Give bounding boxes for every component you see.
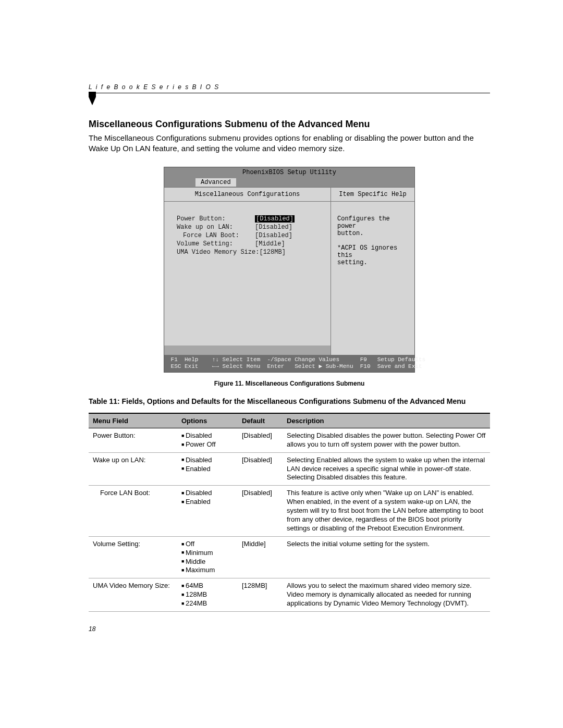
cell-options: 64MB 128MB 224MB (177, 578, 238, 612)
bios-setting-value: [128MB] (259, 249, 285, 256)
cell-options: Disabled Power Off (177, 428, 238, 452)
bios-setting-label: Force LAN Boot: (177, 232, 255, 239)
cell-menu-field: Force LAN Boot: (89, 486, 177, 536)
cell-menu-field: UMA Video Memory Size: (89, 578, 177, 612)
bios-setting-row: Force LAN Boot:[Disabled] (177, 232, 321, 239)
bios-help-text: Configures the power button. *ACPI OS ig… (337, 215, 409, 266)
bios-title: PhoenixBIOS Setup Utility (164, 167, 414, 178)
option-item: Power Off (181, 440, 234, 449)
cell-default: [Middle] (238, 536, 283, 578)
option-item: Off (181, 540, 234, 549)
col-default: Default (238, 413, 283, 428)
bios-setting-row: Power Button:[Disabled] (177, 215, 321, 223)
bios-setting-row: UMA Video Memory Size:[128MB] (177, 249, 321, 256)
option-item: 64MB (181, 582, 234, 590)
bios-setting-value: [Middle] (255, 240, 285, 248)
option-item: Disabled (181, 489, 234, 498)
option-item: Enabled (181, 498, 234, 507)
col-menu-field: Menu Field (89, 413, 177, 428)
bios-settings-panel: Power Button:[Disabled]Wake up on LAN:[D… (164, 202, 331, 346)
bios-tab-row: Advanced (164, 178, 414, 187)
option-item: Enabled (181, 465, 234, 474)
bios-setting-value: [Disabled] (255, 232, 292, 239)
cell-description: Selects the initial volume setting for t… (283, 536, 490, 578)
pointer-icon (89, 92, 99, 107)
options-table: Menu Field Options Default Description P… (89, 413, 490, 612)
bios-left-heading: Miscellaneous Configurations (164, 188, 331, 202)
page-number: 18 (89, 625, 490, 633)
option-item: Maximum (181, 566, 234, 575)
svg-marker-0 (89, 92, 96, 105)
cell-menu-field: Volume Setting: (89, 536, 177, 578)
table-row: Force LAN Boot: Disabled Enabled[Disable… (89, 486, 490, 536)
table-row: Power Button: Disabled Power Off[Disable… (89, 428, 490, 452)
table-row: UMA Video Memory Size: 64MB 128MB 224MB[… (89, 578, 490, 612)
header-rule (89, 93, 490, 108)
bios-setting-value: [Disabled] (255, 215, 295, 223)
bios-setting-label: Volume Setting: (177, 240, 255, 248)
bios-screenshot: PhoenixBIOS Setup Utility Advanced Misce… (164, 167, 415, 373)
cell-description: Selecting Disabled disables the power bu… (283, 428, 490, 452)
option-item: Minimum (181, 549, 234, 558)
bios-tab-advanced: Advanced (195, 178, 236, 187)
option-item: Disabled (181, 431, 234, 440)
option-item: Middle (181, 558, 234, 566)
document-page: L i f e B o o k E S e r i e s B I O S Mi… (0, 0, 563, 664)
figure-caption: Figure 11. Miscellaneous Configurations … (89, 380, 490, 387)
col-options: Options (177, 413, 238, 428)
table-row: Wake up on LAN: Disabled Enabled[Disable… (89, 452, 490, 486)
cell-default: [Disabled] (238, 428, 283, 452)
cell-description: This feature is active only when "Wake u… (283, 486, 490, 536)
cell-options: Disabled Enabled (177, 486, 238, 536)
bios-right-heading: Item Specific Help (331, 188, 414, 202)
bios-setting-row: Wake up on LAN:[Disabled] (177, 224, 321, 231)
section-title: Miscellaneous Configurations Submenu of … (89, 119, 490, 130)
bios-setting-label: Wake up on LAN: (177, 224, 255, 231)
cell-description: Allows you to select the maximum shared … (283, 578, 490, 612)
intro-paragraph: The Miscellaneous Configurations submenu… (89, 133, 490, 154)
option-item: 224MB (181, 599, 234, 608)
bios-setting-value: [Disabled] (255, 224, 292, 231)
bios-setting-row: Volume Setting:[Middle] (177, 240, 321, 248)
table-caption: Table 11: Fields, Options and Defaults f… (89, 397, 490, 406)
cell-menu-field: Power Button: (89, 428, 177, 452)
option-item: Disabled (181, 456, 234, 465)
running-header: L i f e B o o k E S e r i e s B I O S (89, 83, 490, 91)
cell-default: [128MB] (238, 578, 283, 612)
table-row: Volume Setting: Off Minimum Middle Maxim… (89, 536, 490, 578)
cell-default: [Disabled] (238, 486, 283, 536)
col-description: Description (283, 413, 490, 428)
bios-setting-label: Power Button: (177, 215, 255, 223)
bios-key-legend: F1 Help ↑↓ Select Item -/Space Change Va… (164, 355, 414, 373)
option-item: 128MB (181, 590, 234, 599)
bios-setting-label: UMA Video Memory Size: (177, 249, 259, 256)
cell-options: Disabled Enabled (177, 452, 238, 486)
cell-options: Off Minimum Middle Maximum (177, 536, 238, 578)
cell-default: [Disabled] (238, 452, 283, 486)
cell-description: Selecting Enabled allows the system to w… (283, 452, 490, 486)
cell-menu-field: Wake up on LAN: (89, 452, 177, 486)
